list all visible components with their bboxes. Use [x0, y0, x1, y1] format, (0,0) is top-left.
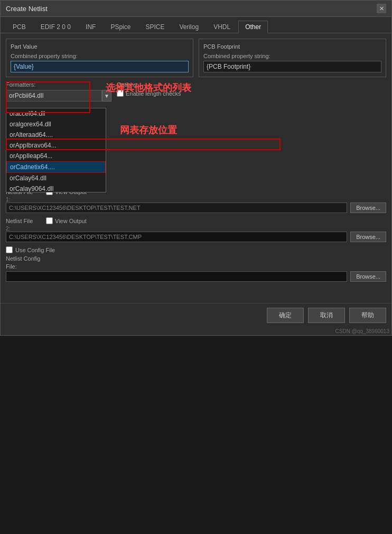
bottom-bar: 确定 取消 帮助: [1, 303, 391, 327]
use-config-file-checkbox[interactable]: [6, 246, 13, 253]
config-file-input-row: Browse...: [6, 271, 386, 282]
formatters-options-row: Formatters: orPcbii64.dll ▼ oraccel64.dl…: [6, 81, 386, 177]
formatter-item-2[interactable]: orAlteraad64....: [6, 130, 106, 140]
part-value-combined-label: Combined property string:: [11, 53, 189, 59]
formatter-item-5[interactable]: orCadnetix64....: [6, 161, 106, 173]
netlist-config-text: Netlist Config: [6, 255, 40, 262]
top-panels-row: Part Value Combined property string: PCB…: [6, 39, 386, 77]
formatter-current-row: orPcbii64.dll ▼: [6, 90, 111, 102]
tab-pcb[interactable]: PCB: [6, 21, 33, 33]
netlist-file2-row: Netlist File View Output 2: Browse...: [6, 217, 386, 242]
config-browse-button[interactable]: Browse...: [350, 271, 386, 282]
formatter-item-1[interactable]: oralgorex64.dll: [6, 119, 106, 130]
tab-verilog[interactable]: Verilog: [172, 21, 206, 33]
watermark: CSDN @qq_38960013: [1, 327, 391, 335]
formatter-item-0[interactable]: oraccel64.dll: [6, 108, 106, 119]
netlist-file2-view-output-checkbox[interactable]: [46, 217, 53, 224]
formatter-item-4[interactable]: orAppIleap64...: [6, 151, 106, 161]
options-section: Options Enable length checks: [117, 81, 386, 177]
netlist-file1-rownum: 1:: [6, 197, 386, 202]
dialog-title: Create Netlist: [6, 5, 48, 13]
netlist-file2-path-input[interactable]: [6, 232, 347, 242]
formatters-section: Formatters: orPcbii64.dll ▼ oraccel64.dl…: [6, 81, 111, 177]
netlist-file1-path-input[interactable]: [6, 202, 347, 213]
netlist-file2-label: Netlist File: [6, 218, 43, 224]
part-value-title: Part Value: [11, 43, 189, 50]
close-button[interactable]: ✕: [377, 4, 386, 13]
pcb-footprint-title: PCB Footprint: [203, 43, 381, 50]
tab-spice[interactable]: SPICE: [138, 21, 171, 33]
netlist-file2-input-row: Browse...: [6, 232, 386, 242]
title-bar: Create Netlist ✕: [1, 1, 391, 17]
netlist-config-label: Netlist Config: [6, 255, 386, 262]
bottom-buttons: 确定 取消 帮助: [267, 308, 386, 323]
help-button[interactable]: 帮助: [349, 308, 386, 323]
tab-edif200[interactable]: EDIF 2 0 0: [34, 21, 78, 33]
formatter-dropdown-list: oraccel64.dll oralgorex64.dll orAlteraad…: [6, 108, 106, 192]
config-file-path-input[interactable]: [6, 271, 347, 282]
formatter-item-3[interactable]: orAppIbravo64...: [6, 140, 106, 151]
netlist-file1-browse-button[interactable]: Browse...: [350, 202, 386, 213]
netlist-file2-view-output-text: View Output: [55, 218, 87, 224]
netlist-file2-view-output-label[interactable]: View Output: [46, 217, 87, 224]
enable-length-checks-text: Enable length checks: [126, 90, 181, 97]
part-value-input[interactable]: [11, 61, 189, 72]
formatter-dropdown-button[interactable]: ▼: [102, 90, 111, 102]
config-section: Use Config File Netlist Config File: Bro…: [6, 246, 386, 282]
formatter-item-7[interactable]: orCalay9064.dll: [6, 183, 106, 192]
cancel-button[interactable]: 取消: [308, 308, 345, 323]
formatters-label: Formatters:: [6, 81, 111, 88]
pcb-footprint-panel: PCB Footprint Combined property string:: [199, 39, 386, 77]
formatter-current-display: orPcbii64.dll: [6, 90, 102, 102]
netlist-config-file-label: File:: [6, 263, 386, 270]
tab-pspice[interactable]: PSpice: [104, 21, 137, 33]
tab-vhdl[interactable]: VHDL: [207, 21, 237, 33]
part-value-panel: Part Value Combined property string:: [6, 39, 193, 77]
tabs-bar: PCB EDIF 2 0 0 INF PSpice SPICE Verilog …: [1, 17, 391, 33]
netlist-file2-browse-button[interactable]: Browse...: [350, 232, 386, 242]
enable-length-checks-checkbox[interactable]: [117, 90, 124, 97]
enable-length-checks-label[interactable]: Enable length checks: [117, 90, 386, 97]
pcb-footprint-input[interactable]: [203, 61, 381, 72]
pcb-footprint-combined-label: Combined property string:: [203, 53, 381, 59]
netlist-file2-rownum: 2:: [6, 226, 386, 232]
create-netlist-dialog: Create Netlist ✕ PCB EDIF 2 0 0 INF PSpi…: [0, 0, 392, 336]
options-label: Options: [117, 81, 386, 88]
netlist-file2-header: Netlist File View Output: [6, 217, 386, 224]
ok-button[interactable]: 确定: [267, 308, 304, 323]
tab-other[interactable]: Other: [238, 21, 268, 33]
tab-inf[interactable]: INF: [79, 21, 102, 33]
netlist-file1-input-row: Browse...: [6, 202, 386, 213]
use-config-file-label: Use Config File: [15, 247, 55, 253]
main-content: Part Value Combined property string: PCB…: [1, 33, 391, 292]
formatter-item-6[interactable]: orCalay64.dll: [6, 173, 106, 183]
use-config-file-row: Use Config File: [6, 246, 386, 253]
